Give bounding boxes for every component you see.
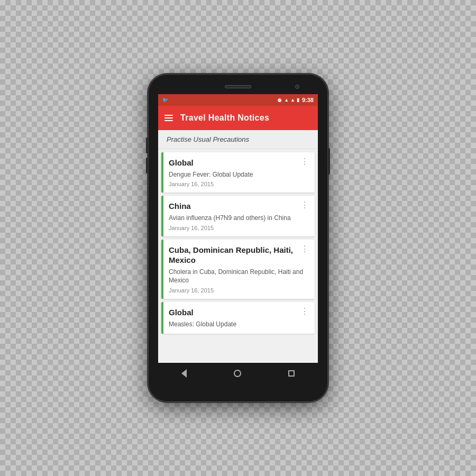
recents-button[interactable] xyxy=(288,370,295,377)
notice-title-1: Global xyxy=(169,158,300,168)
card-header-3: Cuba, Dominican Republic, Haiti, Mexico … xyxy=(169,245,309,266)
notice-description-1: Dengue Fever: Global Update xyxy=(169,170,309,179)
card-header-1: Global ⋮ xyxy=(169,158,309,168)
app-title: Travel Health Notices xyxy=(180,113,269,123)
home-icon xyxy=(234,370,241,377)
card-body-2: China ⋮ Avian influenza (H7N9 and others… xyxy=(163,196,315,236)
notice-description-4: Measles: Global Update xyxy=(169,320,309,329)
notice-description-2: Avian influenza (H7N9 and others) in Chi… xyxy=(169,214,309,223)
battery-icon: ▮ xyxy=(297,97,299,103)
back-icon xyxy=(181,369,187,378)
status-bar-right: ⏰ ▲ ▲ ▮ 9:38 xyxy=(277,97,314,103)
notice-title-4: Global xyxy=(169,307,300,318)
card-body-3: Cuba, Dominican Republic, Haiti, Mexico … xyxy=(163,240,315,299)
notice-title-3: Cuba, Dominican Republic, Haiti, Mexico xyxy=(169,245,300,266)
notice-menu-1[interactable]: ⋮ xyxy=(300,158,309,166)
time-display: 9:38 xyxy=(302,97,314,103)
notice-card-2[interactable]: China ⋮ Avian influenza (H7N9 and others… xyxy=(161,196,315,236)
signal-icon: ▲ xyxy=(290,97,295,103)
notification-icon: 🐦 xyxy=(162,97,168,103)
card-body-4: Global ⋮ Measles: Global Update xyxy=(163,302,315,334)
volume-up-button[interactable] xyxy=(146,138,148,153)
wifi-icon: ▲ xyxy=(284,97,289,103)
notice-description-3: Cholera in Cuba, Dominican Republic, Hai… xyxy=(169,268,309,286)
app-bar: Travel Health Notices xyxy=(158,106,318,130)
card-header-2: China ⋮ xyxy=(169,201,309,212)
phone-screen: 🐦 ⏰ ▲ ▲ ▮ 9:38 Travel Health Notices xyxy=(158,94,318,384)
content-area: Practise Usual Precautions Global ⋮ Deng… xyxy=(158,130,318,363)
alarm-icon: ⏰ xyxy=(277,97,282,103)
section-header: Practise Usual Precautions xyxy=(158,130,318,149)
notice-menu-2[interactable]: ⋮ xyxy=(300,201,309,209)
notice-date-2: January 16, 2015 xyxy=(169,225,309,231)
notice-card-1[interactable]: Global ⋮ Dengue Fever: Global Update Jan… xyxy=(161,152,315,193)
status-bar: 🐦 ⏰ ▲ ▲ ▮ 9:38 xyxy=(158,94,318,106)
card-body-1: Global ⋮ Dengue Fever: Global Update Jan… xyxy=(163,152,315,193)
phone-bottom xyxy=(148,384,328,397)
phone-frame: 🐦 ⏰ ▲ ▲ ▮ 9:38 Travel Health Notices xyxy=(148,74,328,402)
notice-menu-4[interactable]: ⋮ xyxy=(300,307,309,316)
notice-menu-3[interactable]: ⋮ xyxy=(300,245,309,253)
power-button[interactable] xyxy=(328,148,330,175)
notice-date-1: January 16, 2015 xyxy=(169,181,309,187)
phone-top-bar xyxy=(148,79,328,94)
recents-icon xyxy=(288,370,295,377)
section-header-text: Practise Usual Precautions xyxy=(167,135,249,143)
volume-down-button[interactable] xyxy=(146,158,148,173)
home-button[interactable] xyxy=(234,370,241,377)
card-header-4: Global ⋮ xyxy=(169,307,309,318)
notice-card-3[interactable]: Cuba, Dominican Republic, Haiti, Mexico … xyxy=(161,240,315,299)
notice-card-4[interactable]: Global ⋮ Measles: Global Update xyxy=(161,302,315,334)
bottom-nav-bar xyxy=(158,363,318,384)
speaker xyxy=(225,85,251,88)
notice-title-2: China xyxy=(169,201,300,212)
menu-button[interactable] xyxy=(164,115,173,121)
status-bar-left-icons: 🐦 xyxy=(162,97,168,103)
notice-date-3: January 16, 2015 xyxy=(169,287,309,294)
front-camera xyxy=(295,85,299,89)
back-button[interactable] xyxy=(181,369,187,378)
